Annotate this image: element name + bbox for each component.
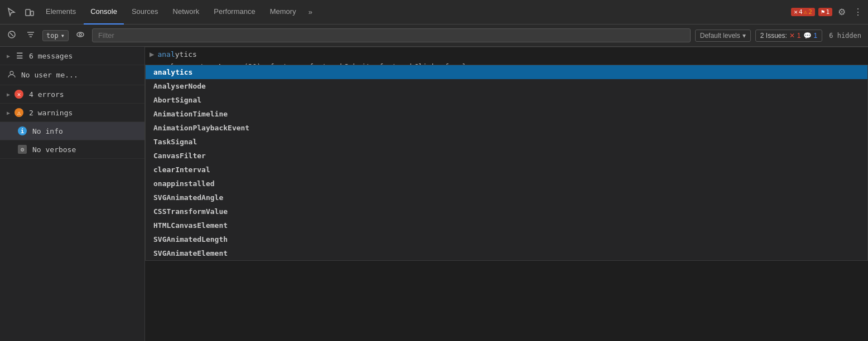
warn-icon: ⚠ bbox=[15, 108, 23, 117]
console-toolbar: top ▾ Default levels ▾ 2 Issues: ✕ 1 💬 1… bbox=[0, 25, 868, 47]
flag-badge: ⚑ 1 bbox=[818, 8, 832, 16]
autocomplete-item-2[interactable]: AbortSignal bbox=[146, 93, 867, 107]
chevron-right-icon-errors: ▶ bbox=[7, 91, 10, 98]
chevron-down-icon: ▾ bbox=[61, 32, 65, 40]
autocomplete-item-1[interactable]: AnalyserNode bbox=[146, 79, 867, 93]
tab-memory[interactable]: Memory bbox=[263, 0, 303, 25]
tab-elements[interactable]: Elements bbox=[39, 0, 83, 25]
sidebar-item-user[interactable]: No user me... bbox=[0, 65, 144, 85]
console-output-area: ▶ analytics ◀ {accounts: Array (20), fac… bbox=[145, 47, 868, 341]
tab-bar: Elements Console Sources Network Perform… bbox=[0, 0, 868, 25]
issues-error-icon: ✕ bbox=[789, 32, 795, 40]
tab-network[interactable]: Network bbox=[166, 0, 206, 25]
tab-sources[interactable]: Sources bbox=[125, 0, 165, 25]
flag-icon: ⚑ bbox=[821, 8, 825, 16]
tab-console[interactable]: Console bbox=[84, 0, 124, 25]
input-prompt-arrow: ▶ bbox=[150, 50, 154, 59]
autocomplete-item-6[interactable]: CanvasFilter bbox=[146, 149, 867, 163]
eye-icon-button[interactable] bbox=[73, 28, 88, 42]
autocomplete-item-5[interactable]: TaskSignal bbox=[146, 135, 867, 149]
error-badge: ✕ 4 ⚠ 2 bbox=[791, 8, 815, 16]
console-typed-text: analytics bbox=[157, 50, 196, 59]
more-options-button[interactable]: ⋮ bbox=[851, 4, 865, 20]
autocomplete-dropdown: analytics AnalyserNode AbortSignal Anima… bbox=[145, 65, 868, 261]
clear-console-button[interactable] bbox=[4, 28, 19, 42]
issues-msg-icon: 💬 bbox=[803, 32, 812, 40]
sidebar-item-warnings[interactable]: ▶ ⚠ 2 warnings bbox=[0, 104, 144, 122]
info-icon: i bbox=[18, 126, 27, 135]
autocomplete-item-7[interactable]: clearInterval bbox=[146, 163, 867, 177]
main-content: ▶ ☰ 6 messages No user me... ▶ ✕ 4 error… bbox=[0, 47, 868, 341]
default-levels-button[interactable]: Default levels ▾ bbox=[695, 30, 751, 42]
tab-performance[interactable]: Performance bbox=[207, 0, 262, 25]
svg-point-8 bbox=[79, 33, 81, 36]
error-icon: ✕ bbox=[15, 90, 23, 99]
sidebar-item-messages[interactable]: ▶ ☰ 6 messages bbox=[0, 47, 144, 65]
autocomplete-item-12[interactable]: SVGAnimatedLength bbox=[146, 232, 867, 246]
device-icon-btn[interactable] bbox=[21, 5, 38, 20]
filter-input[interactable] bbox=[92, 28, 691, 42]
context-selector[interactable]: top ▾ bbox=[42, 30, 69, 41]
autocomplete-item-9[interactable]: SVGAnimatedAngle bbox=[146, 191, 867, 204]
filter-toggle-button[interactable] bbox=[23, 28, 38, 42]
hidden-count: 6 hidden bbox=[827, 30, 864, 41]
svg-rect-1 bbox=[31, 11, 33, 16]
svg-rect-0 bbox=[26, 9, 30, 16]
error-x-icon: ✕ bbox=[794, 8, 798, 16]
warn-icon: ⚠ bbox=[804, 8, 808, 16]
settings-gear-button[interactable]: ⚙ bbox=[836, 4, 848, 20]
console-sidebar: ▶ ☰ 6 messages No user me... ▶ ✕ 4 error… bbox=[0, 47, 145, 341]
autocomplete-item-4[interactable]: AnimationPlaybackEvent bbox=[146, 121, 867, 135]
sidebar-item-errors[interactable]: ▶ ✕ 4 errors bbox=[0, 85, 144, 104]
chevron-right-icon: ▶ bbox=[7, 53, 10, 59]
autocomplete-item-13[interactable]: SVGAnimateElement bbox=[146, 246, 867, 260]
chevron-down-icon-levels: ▾ bbox=[742, 32, 746, 40]
sidebar-item-info[interactable]: i No info bbox=[0, 122, 144, 140]
svg-point-9 bbox=[10, 71, 13, 75]
autocomplete-item-0[interactable]: analytics bbox=[146, 65, 867, 79]
issues-badge-button[interactable]: 2 Issues: ✕ 1 💬 1 bbox=[755, 30, 822, 42]
svg-line-3 bbox=[10, 33, 13, 36]
verbose-icon: ⚙ bbox=[18, 145, 27, 154]
tab-right-actions: ✕ 4 ⚠ 2 ⚑ 1 ⚙ ⋮ bbox=[791, 4, 865, 20]
autocomplete-item-10[interactable]: CSSTransformValue bbox=[146, 204, 867, 218]
list-icon: ☰ bbox=[15, 51, 25, 60]
tab-more-button[interactable]: » bbox=[304, 6, 317, 18]
cursor-icon-btn[interactable] bbox=[3, 5, 20, 20]
autocomplete-item-3[interactable]: AnimationTimeline bbox=[146, 107, 867, 121]
autocomplete-item-11[interactable]: HTMLCanvasElement bbox=[146, 218, 867, 232]
sidebar-item-verbose[interactable]: ⚙ No verbose bbox=[0, 140, 144, 159]
autocomplete-item-8[interactable]: onappinstalled bbox=[146, 177, 867, 191]
svg-point-7 bbox=[77, 32, 84, 37]
console-input-container: ▶ analytics bbox=[145, 47, 868, 61]
chevron-right-icon-warnings: ▶ bbox=[7, 110, 10, 116]
